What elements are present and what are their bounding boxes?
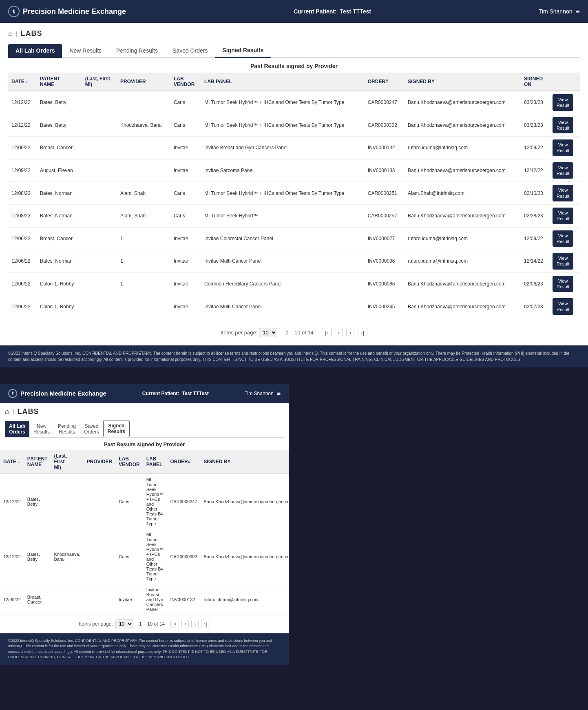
mobile-page-content: ⌂ | LABS All LabOrders NewResults Pendin…: [0, 403, 289, 450]
cell-name-format: [82, 204, 117, 227]
dark-gap: [0, 367, 588, 384]
cell-signed-on: 12/09/22: [521, 137, 549, 159]
view-result-button[interactable]: ViewResult: [553, 94, 573, 111]
table-title: Past Results signed by Provider: [8, 58, 580, 73]
col-date[interactable]: DATE ↓: [8, 73, 37, 91]
cell-date: 12/09/22: [8, 159, 37, 182]
mobile-home-icon[interactable]: ⌂: [5, 407, 9, 416]
app-title: Precision Medicine Exchange: [23, 7, 126, 16]
tab-pending-results[interactable]: Pending Results: [109, 44, 165, 58]
mobile-per-page-select[interactable]: 10 25 50: [115, 619, 133, 628]
cell-action: ViewResult: [549, 204, 580, 227]
col-patient-name: PATIENTNAME: [37, 73, 82, 91]
next-page-button[interactable]: ›: [346, 328, 354, 337]
cell-signed-on: 02/10/23: [521, 182, 549, 205]
footer: ©2023 IntrinsIQ Specialty Solutions, Inc…: [0, 345, 588, 367]
mobile-tab-new-results[interactable]: NewResults: [29, 421, 54, 437]
cell-lab-vendor: Invitae: [170, 137, 201, 159]
cell-provider: [117, 159, 170, 182]
per-page-select[interactable]: 10 25 50: [259, 328, 277, 337]
mobile-menu-icon[interactable]: ≡: [277, 390, 281, 397]
cell-name-format: [82, 250, 117, 273]
view-result-button[interactable]: ViewResult: [553, 298, 573, 315]
mobile-footer-text: ©2023 IntrinsIQ Specialty Solutions, Inc…: [8, 639, 272, 659]
mobile-col-signed-by: SIGNED BY: [201, 450, 289, 474]
current-patient-name: Test TTTest: [340, 8, 371, 15]
cell-date: 12/06/22: [8, 250, 37, 273]
cell-lab-vendor: Invitae: [170, 159, 201, 182]
navbar-user-area: Tim Shannon ≡: [539, 7, 580, 16]
cell-lab-vendor: Caris: [170, 204, 201, 227]
mobile-col-name-format: (Last,FirstMI): [51, 450, 83, 474]
table-row: 12/12/22 Bates, Betty Caris MI Tumor See…: [8, 91, 580, 114]
mobile-cell-signed-by: rufaro.iduma@intrinsiq.com: [201, 584, 289, 615]
cell-patient-name: Breast, Cancer: [37, 137, 82, 159]
mobile-tab-all-lab-orders[interactable]: All LabOrders: [5, 421, 29, 437]
mobile-user-area: Tim Shannon ≡: [245, 390, 281, 397]
mobile-prev-page-button[interactable]: ‹: [181, 620, 189, 628]
page-range-info: 1 – 10 of 14: [285, 330, 314, 336]
tab-new-results[interactable]: New Results: [62, 44, 109, 58]
pagination-bar: Items per page: 10 25 50 1 – 10 of 14 |‹…: [8, 322, 580, 345]
mobile-first-page-button[interactable]: |‹: [170, 620, 179, 628]
col-signed-by: SIGNED BY: [405, 73, 521, 91]
last-page-button[interactable]: ›|: [358, 328, 367, 337]
col-order-num: ORDER#: [365, 73, 405, 91]
view-result-button[interactable]: ViewResult: [553, 185, 573, 201]
table-row: 12/08/22 Bates, Norman Alam, Shah Caris …: [8, 204, 580, 227]
cell-name-format: [82, 91, 117, 114]
cell-signed-by: rufaro.iduma@intrinsiq.com: [405, 137, 521, 159]
cell-signed-on: 12/09/22: [521, 227, 549, 250]
mobile-col-date[interactable]: DATE ↓: [0, 450, 24, 474]
cell-action: ViewResult: [549, 137, 580, 159]
table-row: 12/09/22 Breast, Cancer Invitae Invitae …: [8, 137, 580, 159]
first-page-button[interactable]: |‹: [322, 328, 332, 337]
mobile-next-page-button[interactable]: ›: [191, 620, 199, 628]
mobile-cell-signed-by: Banu.Khodzhaeva@amerisourcebergen.com: [201, 474, 289, 529]
view-result-button[interactable]: ViewResult: [553, 117, 573, 134]
cell-date: 12/08/22: [8, 204, 37, 227]
view-result-button[interactable]: ViewResult: [553, 230, 573, 247]
view-result-button[interactable]: ViewResult: [553, 139, 573, 156]
cell-order-num: INV0000086: [365, 272, 405, 295]
home-icon[interactable]: ⌂: [8, 29, 13, 38]
view-result-button[interactable]: ViewResult: [553, 208, 573, 224]
tab-all-lab-orders[interactable]: All Lab Orders: [8, 44, 62, 58]
cell-signed-on: 12/14/22: [521, 250, 549, 273]
view-result-button[interactable]: ViewResult: [553, 253, 573, 270]
cell-signed-on: 02/07/23: [521, 295, 549, 318]
view-result-button[interactable]: ViewResult: [553, 276, 573, 292]
cell-provider: 1: [117, 227, 170, 250]
col-lab-panel: LAB PANEL: [201, 73, 365, 91]
mobile-col-provider: PROVIDER: [84, 450, 116, 474]
tab-saved-orders[interactable]: Saved Orders: [165, 44, 215, 58]
cell-lab-vendor: Invitae: [170, 272, 201, 295]
tab-signed-results[interactable]: Signed Results: [215, 44, 271, 58]
footer-text: ©2023 IntrinsIQ Specialty Solutions, Inc…: [8, 351, 569, 362]
mobile-cell-lab-panel: MI Tumor Seek Hybrid™ + IHCs and Other T…: [143, 529, 167, 584]
cell-signed-by: Alam.Shah@Intrinsiq.com: [405, 182, 521, 205]
cell-order-num: CAR0000257: [365, 204, 405, 227]
mobile-tab-signed-results[interactable]: SignedResults: [103, 420, 130, 437]
mobile-footer: ©2023 IntrinsIQ Specialty Solutions, Inc…: [0, 633, 289, 665]
cell-signed-by: Banu.Khodzhaeva@amerisourcebergen.com: [405, 91, 521, 114]
mobile-last-page-button[interactable]: ›|: [201, 620, 210, 628]
per-page-control: Items per page: 10 25 50: [221, 328, 277, 337]
cell-signed-by: Banu.Khodzhaeva@amerisourcebergen.com: [405, 295, 521, 318]
prev-page-button[interactable]: ‹: [335, 328, 343, 337]
mobile-breadcrumb: ⌂ | LABS: [5, 407, 284, 416]
view-result-button[interactable]: ViewResult: [553, 162, 573, 179]
table-row: 12/06/22 Breast, Cancer 1 Invitae Invita…: [8, 227, 580, 250]
cell-order-num: INV0000245: [365, 295, 405, 318]
mobile-tab-saved-orders[interactable]: SavedOrders: [80, 421, 103, 437]
menu-icon[interactable]: ≡: [575, 7, 580, 16]
cell-signed-by: Banu.Khodzhaeva@amerisourcebergen.com: [405, 204, 521, 227]
mobile-cell-provider: [84, 529, 116, 584]
mobile-cell-lab-vendor: Caris: [115, 474, 143, 529]
mobile-table-wrapper: DATE ↓ PATIENTNAME (Last,FirstMI) PROVID…: [0, 450, 289, 615]
bottom-gap: [0, 665, 588, 677]
mobile-tab-pending-results[interactable]: PendingResults: [54, 421, 80, 437]
cell-lab-panel: Invitae Breast and Gyn Cancers Panel: [201, 137, 365, 159]
cell-signed-by: rufaro.iduma@intrinsiq.com: [405, 250, 521, 273]
mobile-cell-order-num: CAR0000247: [167, 474, 200, 529]
